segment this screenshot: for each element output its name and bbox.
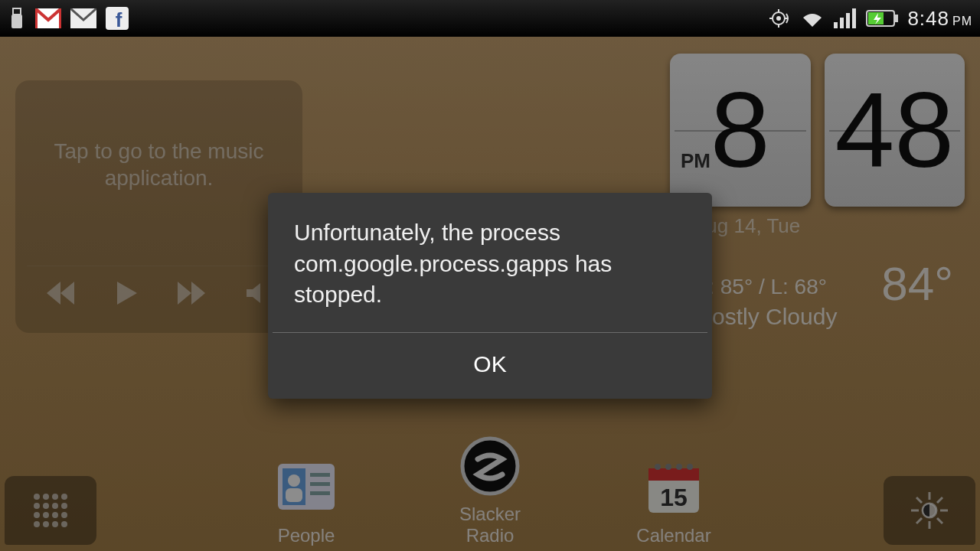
svg-rect-12 (834, 22, 838, 28)
signal-icon (834, 8, 857, 28)
svg-rect-13 (840, 18, 844, 28)
statusbar-time-value: 8:48 (907, 7, 949, 30)
svg-text:f: f (116, 8, 122, 30)
svg-rect-0 (13, 8, 21, 15)
svg-point-7 (777, 17, 780, 20)
battery-charging-icon (866, 10, 898, 27)
svg-rect-1 (11, 15, 22, 28)
svg-rect-14 (846, 13, 850, 28)
facebook-icon: f (106, 7, 129, 30)
email-icon (70, 8, 96, 28)
error-dialog-message: Unfortunately, the process com.google.pr… (268, 193, 712, 332)
status-bar: f 8:48PM (0, 0, 980, 37)
svg-rect-17 (895, 15, 898, 22)
gps-icon (769, 8, 791, 29)
error-dialog-ok-button[interactable]: OK (268, 333, 712, 399)
gmail-icon (35, 8, 61, 28)
statusbar-time: 8:48PM (907, 7, 972, 31)
wifi-icon (800, 8, 825, 28)
svg-rect-15 (852, 8, 856, 28)
statusbar-ampm: PM (952, 15, 972, 28)
error-dialog: Unfortunately, the process com.google.pr… (268, 193, 712, 399)
usb-icon (8, 7, 26, 30)
